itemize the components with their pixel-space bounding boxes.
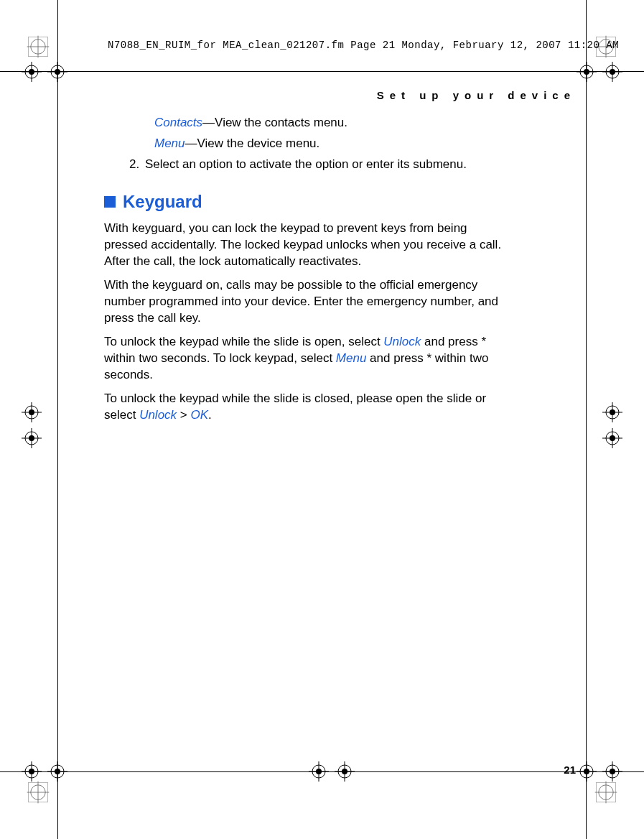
reg-mark-icon xyxy=(22,62,42,82)
p4-gt: > xyxy=(177,408,190,422)
reg-mark-icon xyxy=(22,428,42,448)
reg-mark-icon xyxy=(602,428,622,448)
menu-desc: —View the device menu. xyxy=(185,136,320,150)
menu-link: Menu xyxy=(154,136,185,150)
section-heading-keyguard: Keyguard xyxy=(104,190,503,213)
contacts-desc: —View the contacts menu. xyxy=(202,116,347,129)
contacts-line: Contacts—View the contacts menu. xyxy=(154,115,503,131)
p4-dot: . xyxy=(208,408,212,422)
paragraph-2: With the keyguard on, calls may be possi… xyxy=(104,277,503,327)
menu-line: Menu—View the device menu. xyxy=(154,136,503,152)
page-content: Contacts—View the contacts menu. Menu—Vi… xyxy=(104,115,503,424)
page-number: 21 xyxy=(564,764,576,776)
reg-mark-corner-icon xyxy=(594,780,618,805)
reg-mark-corner-icon xyxy=(26,780,50,805)
reg-mark-icon xyxy=(309,761,329,782)
reg-mark-icon xyxy=(22,402,42,422)
crop-line-left xyxy=(57,0,58,839)
step-2: 2.Select an option to activate the optio… xyxy=(129,157,503,173)
reg-mark-icon xyxy=(47,761,67,782)
reg-mark-icon xyxy=(22,761,42,782)
reg-mark-corner-icon xyxy=(26,34,50,59)
reg-mark-icon xyxy=(602,62,622,82)
unlock-link: Unlock xyxy=(383,335,421,348)
menu-link-inline: Menu xyxy=(336,351,367,365)
reg-mark-icon xyxy=(47,62,67,82)
reg-mark-icon xyxy=(577,761,597,782)
ok-link: OK xyxy=(190,408,208,422)
step-2-number: 2. xyxy=(129,157,145,173)
paragraph-1: With keyguard, you can lock the keypad t… xyxy=(104,221,503,270)
running-head: Set up your device xyxy=(377,89,576,101)
crop-line-right xyxy=(586,0,587,839)
reg-mark-icon xyxy=(602,402,622,422)
crop-line-top xyxy=(0,71,644,72)
section-title: Keyguard xyxy=(123,192,202,211)
paragraph-4: To unlock the keypad while the slide is … xyxy=(104,391,503,424)
reg-mark-icon xyxy=(335,761,355,782)
p3-part-a: To unlock the keypad while the slide is … xyxy=(104,335,383,348)
reg-mark-icon xyxy=(602,761,622,782)
contacts-link: Contacts xyxy=(154,116,202,129)
reg-mark-icon xyxy=(577,62,597,82)
unlock-link-2: Unlock xyxy=(139,408,177,422)
step-2-text: Select an option to activate the option … xyxy=(145,157,467,171)
paragraph-3: To unlock the keypad while the slide is … xyxy=(104,334,503,384)
frame-header-text: N7088_EN_RUIM_for MEA_clean_021207.fm Pa… xyxy=(108,40,619,51)
square-bullet-icon xyxy=(104,196,116,208)
